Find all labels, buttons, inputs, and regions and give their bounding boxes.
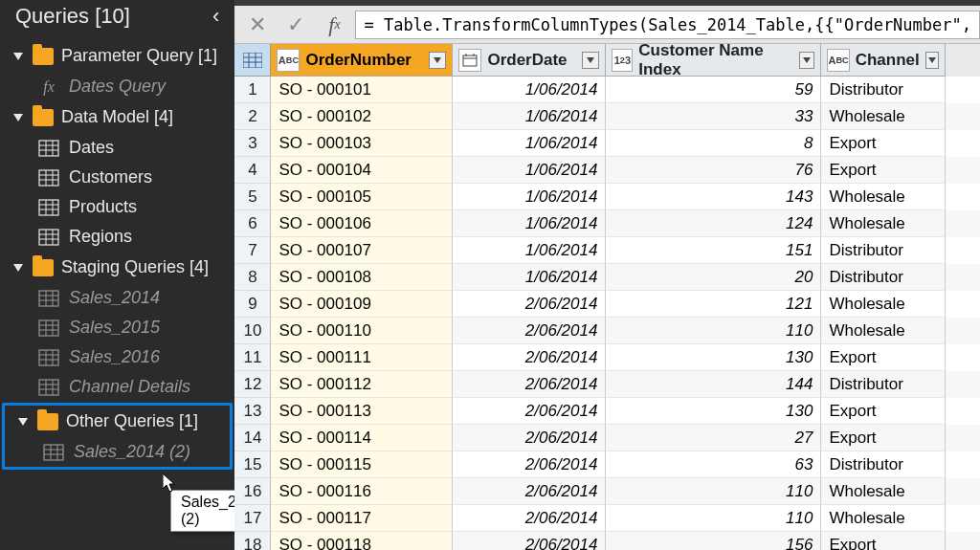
cell-ordernumber[interactable]: SO - 000101	[271, 77, 453, 103]
table-row[interactable]: 5SO - 0001051/06/2014143Wholesale	[234, 184, 980, 210]
row-number[interactable]: 18	[234, 532, 271, 550]
sidebar-item[interactable]: Sales_2015	[0, 313, 234, 342]
table-row[interactable]: 10SO - 0001102/06/2014110Wholesale	[234, 318, 980, 344]
row-number[interactable]: 12	[234, 371, 271, 398]
cell-orderdate[interactable]: 2/06/2014	[453, 478, 606, 505]
cell-ordernumber[interactable]: SO - 000112	[271, 371, 453, 398]
sidebar-group[interactable]: Data Model [4]	[0, 101, 234, 133]
cell-channel[interactable]: Distributor	[821, 77, 946, 103]
cell-ordernumber[interactable]: SO - 000114	[271, 425, 453, 451]
table-row[interactable]: 13SO - 0001132/06/2014130Export	[234, 398, 980, 425]
table-row[interactable]: 1SO - 0001011/06/201459Distributor	[234, 77, 980, 103]
cell-ordernumber[interactable]: SO - 000118	[271, 532, 453, 550]
table-row[interactable]: 6SO - 0001061/06/2014124Wholesale	[234, 210, 980, 237]
table-row[interactable]: 3SO - 0001031/06/20148Export	[234, 130, 980, 157]
filter-dropdown-icon[interactable]	[429, 52, 446, 69]
table-row[interactable]: 7SO - 0001071/06/2014151Distributor	[234, 237, 980, 264]
fx-icon[interactable]: fx	[317, 11, 351, 39]
cell-customer-index[interactable]: 76	[606, 157, 821, 184]
table-row[interactable]: 2SO - 0001021/06/201433Wholesale	[234, 103, 980, 130]
column-header[interactable]: ABCOrderNumber	[271, 44, 453, 77]
cell-ordernumber[interactable]: SO - 000115	[271, 451, 453, 478]
cell-customer-index[interactable]: 143	[606, 184, 821, 210]
text-type-icon[interactable]: ABC	[277, 49, 300, 72]
cell-channel[interactable]: Export	[821, 398, 946, 425]
cell-orderdate[interactable]: 2/06/2014	[453, 532, 606, 550]
sidebar-item[interactable]: Sales_2014 (2)	[5, 437, 230, 467]
cell-channel[interactable]: Wholesale	[821, 291, 946, 318]
cell-orderdate[interactable]: 2/06/2014	[453, 505, 606, 532]
cell-ordernumber[interactable]: SO - 000108	[271, 264, 453, 291]
sidebar-item[interactable]: Channel Details	[0, 372, 234, 402]
confirm-check-icon[interactable]: ✓	[278, 11, 313, 39]
cell-orderdate[interactable]: 1/06/2014	[453, 184, 606, 210]
table-row[interactable]: 12SO - 0001122/06/2014144Distributor	[234, 371, 980, 398]
filter-dropdown-icon[interactable]	[925, 52, 940, 69]
cell-ordernumber[interactable]: SO - 000105	[271, 184, 453, 210]
cell-channel[interactable]: Export	[821, 130, 946, 157]
cell-ordernumber[interactable]: SO - 000104	[271, 157, 453, 184]
cell-ordernumber[interactable]: SO - 000111	[271, 344, 453, 371]
sidebar-item[interactable]: Sales_2016	[0, 342, 234, 372]
sidebar-item[interactable]: Sales_2014	[0, 283, 234, 313]
cell-customer-index[interactable]: 130	[606, 344, 821, 371]
row-number[interactable]: 4	[234, 157, 271, 184]
cell-orderdate[interactable]: 2/06/2014	[453, 451, 606, 478]
cell-orderdate[interactable]: 1/06/2014	[453, 77, 606, 103]
row-number[interactable]: 10	[234, 318, 271, 344]
cell-channel[interactable]: Wholesale	[821, 478, 946, 505]
row-number-header-icon[interactable]	[234, 44, 271, 77]
row-number[interactable]: 9	[234, 291, 271, 318]
cell-channel[interactable]: Wholesale	[821, 184, 946, 210]
cell-channel[interactable]: Export	[821, 344, 946, 371]
cell-orderdate[interactable]: 1/06/2014	[453, 103, 606, 130]
cell-customer-index[interactable]: 8	[606, 130, 821, 157]
cell-channel[interactable]: Wholesale	[821, 210, 946, 237]
column-header[interactable]: OrderDate	[453, 44, 606, 77]
cell-ordernumber[interactable]: SO - 000107	[271, 237, 453, 264]
cell-ordernumber[interactable]: SO - 000109	[271, 291, 453, 318]
cell-orderdate[interactable]: 1/06/2014	[453, 237, 606, 264]
row-number[interactable]: 7	[234, 237, 271, 264]
cell-ordernumber[interactable]: SO - 000110	[271, 318, 453, 344]
cell-orderdate[interactable]: 2/06/2014	[453, 398, 606, 425]
date-type-icon[interactable]	[458, 49, 481, 72]
table-row[interactable]: 18SO - 0001182/06/2014156Export	[234, 532, 980, 550]
cell-customer-index[interactable]: 33	[606, 103, 821, 130]
cell-orderdate[interactable]: 2/06/2014	[453, 318, 606, 344]
column-header[interactable]: 123Customer Name Index	[606, 44, 821, 77]
cell-channel[interactable]: Wholesale	[821, 103, 946, 130]
table-row[interactable]: 9SO - 0001092/06/2014121Wholesale	[234, 291, 980, 318]
row-number[interactable]: 16	[234, 478, 271, 505]
cell-channel[interactable]: Export	[821, 532, 946, 550]
cell-ordernumber[interactable]: SO - 000116	[271, 478, 453, 505]
table-row[interactable]: 14SO - 0001142/06/201427Export	[234, 425, 980, 451]
row-number[interactable]: 15	[234, 451, 271, 478]
sidebar-group[interactable]: Parameter Query [1]	[0, 40, 234, 72]
sidebar-group[interactable]: Staging Queries [4]	[0, 252, 234, 283]
cell-orderdate[interactable]: 1/06/2014	[453, 157, 606, 184]
table-row[interactable]: 16SO - 0001162/06/2014110Wholesale	[234, 478, 980, 505]
row-number[interactable]: 11	[234, 344, 271, 371]
sidebar-item[interactable]: fxDates Query	[0, 72, 234, 101]
cell-customer-index[interactable]: 63	[606, 451, 821, 478]
row-number[interactable]: 3	[234, 130, 271, 157]
cell-channel[interactable]: Distributor	[821, 371, 946, 398]
cell-ordernumber[interactable]: SO - 000102	[271, 103, 453, 130]
cell-customer-index[interactable]: 144	[606, 371, 821, 398]
column-header[interactable]: ABCChannel	[821, 44, 946, 77]
table-row[interactable]: 4SO - 0001041/06/201476Export	[234, 157, 980, 184]
cell-orderdate[interactable]: 1/06/2014	[453, 210, 606, 237]
sidebar-item[interactable]: Products	[0, 192, 234, 222]
cell-customer-index[interactable]: 27	[606, 425, 821, 451]
cell-ordernumber[interactable]: SO - 000117	[271, 505, 453, 532]
sidebar-item[interactable]: Customers	[0, 163, 234, 192]
cancel-icon[interactable]: ✕	[240, 11, 275, 39]
formula-input[interactable]: = Table.TransformColumnTypes(Sales_2014_…	[355, 11, 980, 39]
cell-customer-index[interactable]: 20	[606, 264, 821, 291]
cell-orderdate[interactable]: 1/06/2014	[453, 264, 606, 291]
grid-body[interactable]: 1SO - 0001011/06/201459Distributor2SO - …	[234, 77, 980, 550]
row-number[interactable]: 17	[234, 505, 271, 532]
row-number[interactable]: 13	[234, 398, 271, 425]
cell-orderdate[interactable]: 1/06/2014	[453, 130, 606, 157]
